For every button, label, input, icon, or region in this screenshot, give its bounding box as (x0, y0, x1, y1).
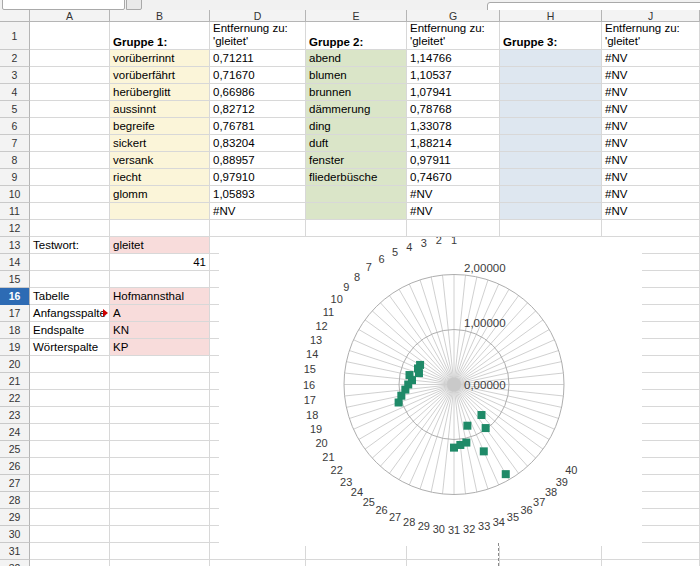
data-point-Gruppe-2-cat36[interactable] (502, 470, 510, 478)
cell-J4[interactable]: #NV (602, 84, 700, 101)
cell-G8[interactable]: 0,97911 (407, 152, 500, 169)
cell-B9[interactable]: riecht (110, 169, 210, 186)
row-header-27[interactable]: 27 (0, 475, 30, 492)
cell-D9[interactable]: 0,97910 (210, 169, 306, 186)
cell-E9[interactable]: fliederbüsche (306, 169, 407, 186)
column-header-A[interactable]: A (30, 10, 110, 22)
cell-A27[interactable] (30, 475, 110, 492)
cell-B17[interactable]: A (110, 305, 210, 322)
cell-G5[interactable]: 0,78768 (407, 101, 500, 118)
data-point-Gruppe-1-cat19[interactable] (395, 398, 403, 406)
row-header-13[interactable]: 13 (0, 237, 30, 254)
cell-B7[interactable]: sickert (110, 135, 210, 152)
cell-D2[interactable]: 0,71211 (210, 50, 306, 67)
cell-A24[interactable] (30, 424, 110, 441)
cell-B20[interactable] (110, 356, 210, 373)
cell-D8[interactable]: 0,88957 (210, 152, 306, 169)
cell-A31[interactable] (30, 543, 110, 560)
cell-A22[interactable] (30, 390, 110, 407)
column-header-J[interactable]: J (602, 10, 700, 22)
cell-J12[interactable] (602, 220, 700, 237)
cell-H9[interactable] (500, 169, 602, 186)
row-header-18[interactable]: 18 (0, 322, 30, 339)
radar-chart[interactable]: 0,000001,000002,000001234567891011121314… (219, 237, 642, 546)
cell-E8[interactable]: fenster (306, 152, 407, 169)
cell-E1[interactable]: Gruppe 2: (306, 22, 407, 50)
cell-G4[interactable]: 1,07941 (407, 84, 500, 101)
cell-J5[interactable]: #NV (602, 101, 700, 118)
cell-B32[interactable] (110, 560, 210, 566)
cell-E5[interactable]: dämmerung (306, 101, 407, 118)
cell-B8[interactable]: versank (110, 152, 210, 169)
cell-B10[interactable]: glomm (110, 186, 210, 203)
row-header-23[interactable]: 23 (0, 407, 30, 424)
cell-H7[interactable] (500, 135, 602, 152)
cell-B30[interactable] (110, 526, 210, 543)
row-header-26[interactable]: 26 (0, 458, 30, 475)
cell-A7[interactable] (30, 135, 110, 152)
cell-E6[interactable]: ding (306, 118, 407, 135)
cell-J6[interactable]: #NV (602, 118, 700, 135)
cell-H11[interactable] (500, 203, 602, 220)
cell-E11[interactable] (306, 203, 407, 220)
cell-J8[interactable]: #NV (602, 152, 700, 169)
cell-B23[interactable] (110, 407, 210, 424)
cell-E4[interactable]: brunnen (306, 84, 407, 101)
cell-D3[interactable]: 0,71670 (210, 67, 306, 84)
cell-E32[interactable] (306, 560, 407, 566)
cell-A25[interactable] (30, 441, 110, 458)
row-header-3[interactable]: 3 (0, 67, 30, 84)
row-header-30[interactable]: 30 (0, 526, 30, 543)
cell-D12[interactable] (210, 220, 306, 237)
cell-G7[interactable]: 1,88214 (407, 135, 500, 152)
cell-B25[interactable] (110, 441, 210, 458)
cell-G1[interactable]: Entfernung zu: 'gleitet' (407, 22, 500, 50)
cell-A10[interactable] (30, 186, 110, 203)
row-header-19[interactable]: 19 (0, 339, 30, 356)
cell-A2[interactable] (30, 50, 110, 67)
row-header-5[interactable]: 5 (0, 101, 30, 118)
cell-D6[interactable]: 0,76781 (210, 118, 306, 135)
cell-E12[interactable] (306, 220, 407, 237)
row-header-4[interactable]: 4 (0, 84, 30, 101)
cell-B6[interactable]: begreife (110, 118, 210, 135)
cell-A29[interactable] (30, 509, 110, 526)
cell-H2[interactable] (500, 50, 602, 67)
row-header-14[interactable]: 14 (0, 254, 30, 271)
row-header-32[interactable]: 32 (0, 560, 30, 566)
cell-E7[interactable]: duft (306, 135, 407, 152)
cell-A32[interactable] (30, 560, 110, 566)
data-point-Gruppe-2-cat33[interactable] (462, 439, 470, 447)
cell-A23[interactable] (30, 407, 110, 424)
cell-B11[interactable] (110, 203, 210, 220)
cell-B5[interactable]: aussinnt (110, 101, 210, 118)
column-header-B[interactable]: B (110, 10, 210, 22)
cell-B13[interactable]: gleitet (110, 237, 210, 254)
cell-B21[interactable] (110, 373, 210, 390)
cell-A3[interactable] (30, 67, 110, 84)
cell-J9[interactable]: #NV (602, 169, 700, 186)
column-header-G[interactable]: G (407, 10, 500, 22)
cell-B22[interactable] (110, 390, 210, 407)
cell-G6[interactable]: 1,33078 (407, 118, 500, 135)
cell-J3[interactable]: #NV (602, 67, 700, 84)
cell-J1[interactable]: Entfernung zu: 'gleitet' (602, 22, 700, 50)
cell-G10[interactable]: #NV (407, 186, 500, 203)
cell-A14[interactable] (30, 254, 110, 271)
cell-A9[interactable] (30, 169, 110, 186)
select-all-corner[interactable] (0, 10, 30, 22)
cell-J2[interactable]: #NV (602, 50, 700, 67)
cell-B31[interactable] (110, 543, 210, 560)
cell-D10[interactable]: 1,05893 (210, 186, 306, 203)
cell-B27[interactable] (110, 475, 210, 492)
column-header-E[interactable]: E (306, 10, 407, 22)
cell-H1[interactable]: Gruppe 3: (500, 22, 602, 50)
cell-G12[interactable] (407, 220, 500, 237)
row-header-9[interactable]: 9 (0, 169, 30, 186)
data-point-Gruppe-1-cat18[interactable] (397, 392, 405, 400)
name-box[interactable] (2, 0, 125, 10)
cell-G32[interactable] (407, 560, 500, 566)
cell-B12[interactable] (110, 220, 210, 237)
cell-A16[interactable]: Tabelle (30, 288, 110, 305)
name-box-dropdown[interactable] (126, 0, 142, 10)
